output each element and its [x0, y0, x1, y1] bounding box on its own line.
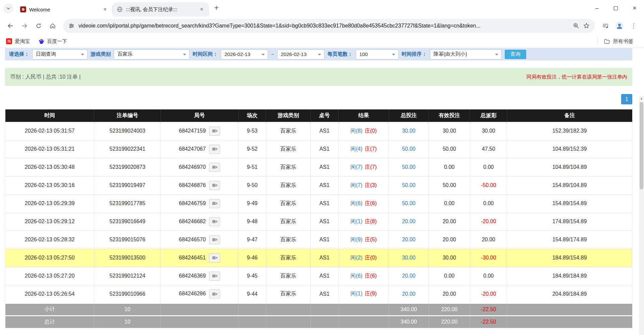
- total-bet-link[interactable]: 50.00: [402, 146, 415, 152]
- game-type-cell: 百家乐: [266, 176, 311, 194]
- bookmark-baidu[interactable]: 百度一下: [39, 38, 67, 45]
- sort-label: 时间排序：: [402, 51, 427, 57]
- summary-bar: 币别 : 人民币 | 总共 :10 注单 | 同局有效投注，统一计算在该局第一张…: [5, 68, 632, 86]
- total-bet-link[interactable]: 30.00: [402, 255, 415, 260]
- bookmark-star-icon[interactable]: [583, 22, 590, 29]
- total-bet-link[interactable]: 50.00: [402, 182, 415, 188]
- video-button[interactable]: [209, 145, 220, 154]
- time-cell: 2026-02-13 05:26:54: [5, 285, 94, 303]
- media-controls-button[interactable]: [599, 19, 612, 32]
- site-info-icon[interactable]: [68, 23, 75, 29]
- session-cell: 9-52: [238, 140, 266, 158]
- video-button[interactable]: [209, 272, 220, 281]
- total-bet-link[interactable]: 20.00: [402, 291, 415, 297]
- select-value: 降幂(由大到小): [434, 51, 467, 57]
- total-note-cell: [507, 316, 632, 328]
- result-cell: 闲(1)庄(9): [338, 285, 389, 303]
- maximize-button[interactable]: [606, 0, 625, 16]
- query-type-select[interactable]: 日期查询: [32, 49, 88, 59]
- total-bet-link[interactable]: 50.00: [402, 164, 415, 170]
- col-table-no: 桌号: [310, 109, 338, 122]
- total-bet-link[interactable]: 50.00: [402, 200, 415, 206]
- round-id: 684246759: [179, 200, 206, 206]
- page-1-button[interactable]: 1: [621, 94, 632, 104]
- payout-cell: 20.00: [470, 231, 507, 249]
- result-cell: 闲(9)庄(5): [338, 231, 389, 249]
- col-result: 结果: [338, 109, 389, 122]
- scroll-up-icon[interactable]: ▲: [639, 96, 644, 101]
- total-bet-link[interactable]: 30.00: [402, 128, 415, 134]
- zoom-icon[interactable]: [573, 22, 579, 29]
- table-row: 2026-02-13 05:28:32 523199015076 6842465…: [5, 231, 632, 249]
- home-button[interactable]: [46, 19, 59, 32]
- close-icon[interactable]: ×: [102, 6, 108, 13]
- video-icon: [212, 129, 217, 133]
- bookmark-label: 爱淘宝: [15, 38, 30, 45]
- video-button[interactable]: [209, 253, 220, 262]
- address-bar[interactable]: videoie.com/ipl/portal.php/game/betrecor…: [63, 19, 595, 33]
- video-button[interactable]: [209, 289, 220, 298]
- tab-welcome[interactable]: Welcome ×: [16, 2, 112, 16]
- table-footer: 小计 10 340.00 220.00 -22.50 总计: [5, 303, 632, 328]
- valid-bet-cell: 0.00: [429, 158, 470, 176]
- col-total-bet: 总投注: [389, 109, 429, 122]
- profile-button[interactable]: [613, 19, 626, 32]
- tab-betrecord[interactable]: :::视讯, 会员下注纪录::: ×: [113, 2, 209, 16]
- video-button[interactable]: [209, 127, 220, 136]
- subtotal-count-cell: 10: [94, 303, 161, 316]
- forward-button[interactable]: [18, 19, 31, 32]
- video-icon: [212, 201, 217, 205]
- result-player: 闲(4): [350, 146, 362, 152]
- scrollbar-thumb[interactable]: [640, 102, 643, 189]
- round-cell: 684246286: [161, 285, 239, 303]
- video-button[interactable]: [209, 199, 220, 208]
- total-bet-link[interactable]: 20.00: [402, 273, 415, 279]
- video-button[interactable]: [209, 217, 220, 226]
- new-tab-button[interactable]: +: [211, 3, 222, 12]
- total-bet-cell: 30.00: [389, 122, 429, 140]
- table-no-cell: AS1: [310, 140, 338, 158]
- bookmark-taobao[interactable]: 淘 爱淘宝: [6, 38, 30, 45]
- video-button[interactable]: [209, 235, 220, 244]
- close-window-button[interactable]: ×: [625, 0, 644, 16]
- select-value: 日期查询: [36, 51, 56, 57]
- table-no-cell: AS1: [310, 194, 338, 212]
- video-button[interactable]: [209, 181, 220, 190]
- table-no-cell: AS1: [310, 231, 338, 249]
- valid-bet-cell: 0.00: [429, 194, 470, 212]
- result-player: 闲(6): [350, 200, 362, 206]
- search-button[interactable]: 查询: [505, 50, 526, 59]
- refresh-button[interactable]: [32, 19, 45, 32]
- url-text[interactable]: videoie.com/ipl/portal.php/game/betrecor…: [79, 23, 569, 29]
- total-bet-cell: 20.00: [389, 267, 429, 285]
- game-type-cell: 百家乐: [266, 194, 311, 212]
- round-cell: 684246970: [161, 158, 239, 176]
- total-empty-cell: [161, 316, 239, 328]
- vertical-scrollbar[interactable]: ▲ ▼: [639, 96, 644, 335]
- home-icon: [49, 22, 56, 29]
- time-cell: 2026-02-13 05:31:57: [5, 122, 94, 140]
- date-from-select[interactable]: 2026-02-13: [221, 49, 268, 59]
- bet-id-cell: 523199024003: [94, 122, 161, 140]
- sort-select[interactable]: 降幂(由大到小): [430, 49, 502, 59]
- result-banker: 庄(7): [365, 164, 377, 170]
- date-to-select[interactable]: 2026-02-13: [277, 49, 325, 59]
- round-id: 684246876: [179, 182, 206, 188]
- all-bookmarks-button[interactable]: 所有书签: [597, 37, 633, 45]
- menu-button[interactable]: ⋮: [627, 19, 640, 32]
- game-type-select[interactable]: 百家乐: [114, 49, 190, 59]
- tab-search-button[interactable]: [3, 3, 13, 13]
- note-cell: 184.89/184.89: [507, 267, 632, 285]
- subtotal-empty-cell: [238, 303, 266, 316]
- total-bet-link[interactable]: 20.00: [402, 237, 415, 242]
- result-banker: 庄(9): [365, 291, 377, 296]
- result-player: 闲(2): [350, 255, 362, 260]
- total-bet-link[interactable]: 20.00: [402, 219, 415, 224]
- minimize-button[interactable]: –: [588, 0, 606, 16]
- page-size-select[interactable]: 100: [356, 49, 399, 59]
- close-icon[interactable]: ×: [198, 6, 205, 13]
- back-button[interactable]: [4, 19, 17, 32]
- result-banker: 庄(8): [365, 219, 377, 224]
- video-button[interactable]: [209, 163, 220, 172]
- result-player: 闲(7): [350, 164, 362, 170]
